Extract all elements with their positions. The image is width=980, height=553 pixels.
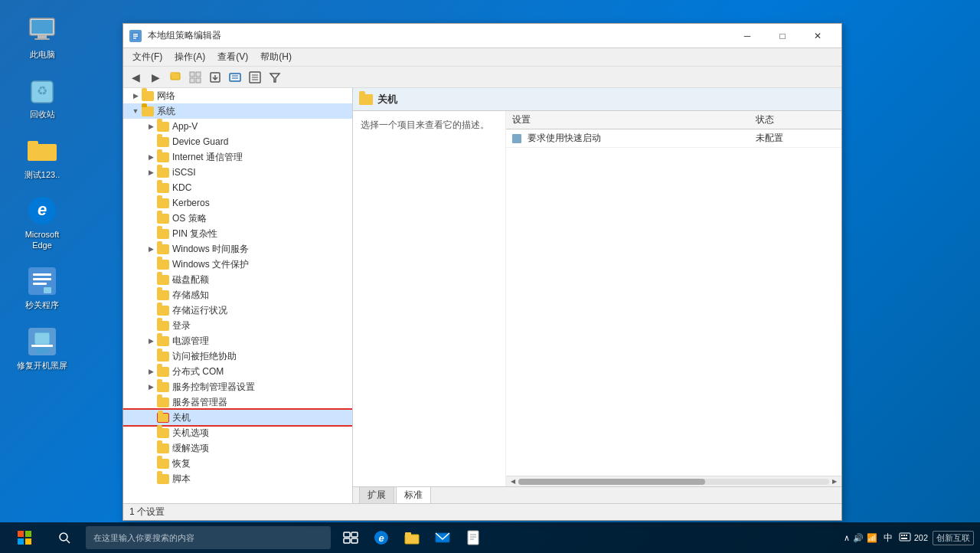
tray-volume[interactable]: 📶: [867, 533, 877, 543]
window-app-icon: [129, 30, 142, 42]
folder-grid-button[interactable]: [186, 68, 204, 87]
expand-icon-network[interactable]: ▶: [129, 90, 142, 102]
desktop-icons: 此电脑 ♻ 回收站 测试123..: [15, 15, 69, 371]
menubar: 文件(F) 操作(A) 查看(V) 帮助(H): [123, 48, 841, 67]
tree-item-svcctrl[interactable]: ▶ 服务控制管理器设置: [123, 379, 352, 394]
desktop-icon-repair[interactable]: 修复开机黑屏: [15, 326, 69, 371]
setting-name: 要求使用快速启动: [528, 132, 601, 145]
scrollbar-thumb[interactable]: [518, 479, 705, 485]
tree-item-login[interactable]: 登录: [123, 318, 352, 333]
tree-item-pincomplex[interactable]: PIN 复杂性: [123, 226, 352, 241]
tree-item-kdc[interactable]: KDC: [123, 180, 352, 195]
tree-item-system[interactable]: ▼ 系统: [123, 103, 352, 119]
tree-item-accessdenied[interactable]: 访问被拒绝协助: [123, 348, 352, 364]
expand-icon-internet[interactable]: ▶: [145, 151, 157, 163]
taskbar-search-box[interactable]: 在这里输入你要搜索的内容: [86, 526, 331, 549]
properties-button[interactable]: [226, 68, 244, 87]
table-body: 要求使用快速启动 未配置: [506, 129, 841, 476]
taskbar-icon-explorer[interactable]: [398, 524, 426, 551]
tree-item-diskquota[interactable]: 磁盘配额: [123, 272, 352, 287]
tree-item-kerberos[interactable]: Kerberos: [123, 195, 352, 211]
tree-item-appv[interactable]: ▶ App-V: [123, 119, 352, 134]
close-button[interactable]: ✕: [800, 24, 835, 48]
table-row[interactable]: 要求使用快速启动 未配置: [506, 129, 841, 148]
tree-item-shutdown[interactable]: 关机: [123, 410, 352, 425]
tray-network[interactable]: 🔊: [853, 533, 864, 543]
forward-button[interactable]: ▶: [146, 68, 165, 87]
menu-file[interactable]: 文件(F): [126, 48, 168, 66]
taskbar-icon-edge[interactable]: e: [368, 524, 395, 551]
tab-expand[interactable]: 扩展: [359, 486, 394, 503]
expand-icon-iscsi[interactable]: ▶: [145, 166, 157, 178]
desktop-icon-recycle[interactable]: ♻ 回收站: [15, 75, 69, 119]
tree-label-storageinit: 存储感知: [172, 289, 209, 302]
expand-icon-distcom[interactable]: ▶: [145, 365, 157, 378]
tray-lang[interactable]: 中: [880, 532, 896, 545]
tree-item-iscsi[interactable]: ▶ iSCSI: [123, 165, 352, 180]
expand-icon-powermgmt[interactable]: ▶: [145, 335, 157, 347]
tree-item-storagerun[interactable]: 存储运行状况: [123, 303, 352, 318]
tree-item-recovery[interactable]: 恢复: [123, 456, 352, 471]
filter-button[interactable]: [266, 68, 284, 87]
expand-icon-svcctrl[interactable]: ▶: [145, 381, 157, 393]
tree-item-internet[interactable]: ▶ Internet 通信管理: [123, 149, 352, 165]
desktop-icon-computer[interactable]: 此电脑: [15, 15, 69, 60]
tree-item-storageinit[interactable]: 存储感知: [123, 287, 352, 303]
menu-action[interactable]: 操作(A): [168, 48, 211, 66]
list-button[interactable]: [246, 68, 264, 87]
desktop-icon-edge[interactable]: e Microsoft Edge: [15, 195, 69, 251]
tree-item-shutdownopt[interactable]: 关机选项: [123, 425, 352, 440]
back-button[interactable]: ◀: [126, 68, 145, 87]
tree-item-powermgmt[interactable]: ▶ 电源管理: [123, 333, 352, 348]
export-button[interactable]: [206, 68, 224, 87]
tree-item-scripts[interactable]: 脚本: [123, 471, 352, 486]
window-titlebar: 本地组策略编辑器 ─ □ ✕: [123, 24, 841, 48]
svg-rect-26: [196, 72, 201, 77]
folder-icon-svcmgr: [157, 398, 169, 407]
tree-item-svcmgr[interactable]: 服务器管理器: [123, 394, 352, 410]
svg-rect-39: [18, 531, 24, 537]
taskbar-icon-notepad[interactable]: [459, 524, 487, 551]
tree-item-ospolicy[interactable]: OS 策略: [123, 211, 352, 226]
expand-icon-system[interactable]: ▼: [129, 105, 142, 117]
tray-date[interactable]: 202: [914, 533, 928, 542]
start-button[interactable]: [6, 522, 43, 553]
tree-item-network[interactable]: ▶ 网络: [123, 88, 352, 103]
menu-view[interactable]: 查看(V): [211, 48, 254, 66]
tree-item-winfileprotect[interactable]: Windows 文件保护: [123, 257, 352, 272]
up-button[interactable]: [166, 68, 185, 87]
icon-label-computer: 此电脑: [30, 49, 55, 60]
folder-icon-login: [157, 321, 169, 331]
taskbar-icon-taskview[interactable]: [337, 524, 364, 551]
scroll-left-arrow[interactable]: ◀: [508, 476, 518, 487]
horizontal-scrollbar[interactable]: ◀ ▶: [506, 476, 841, 486]
tray-arrow[interactable]: ∧: [844, 533, 850, 543]
expand-icon-appv[interactable]: ▶: [145, 120, 157, 133]
tray-keyboard[interactable]: [899, 532, 911, 543]
search-icon-taskbar[interactable]: [46, 522, 83, 553]
scroll-right-arrow[interactable]: ▶: [829, 476, 840, 487]
tree-label-wintime: Windows 时间服务: [172, 243, 249, 256]
tab-standard[interactable]: 标准: [396, 486, 431, 503]
desktop-icon-test[interactable]: 测试123..: [15, 136, 69, 180]
svg-text:e: e: [38, 200, 47, 219]
minimize-button[interactable]: ─: [730, 24, 765, 48]
expand-icon-wintime[interactable]: ▶: [145, 243, 157, 255]
tree-item-advopt[interactable]: 缓解选项: [123, 440, 352, 456]
tree-item-wintime[interactable]: ▶ Windows 时间服务: [123, 241, 352, 257]
tree-label-advopt: 缓解选项: [172, 442, 209, 455]
tree-label-pincomplex: PIN 复杂性: [172, 227, 217, 241]
expand-icon-kerberos: [145, 197, 157, 209]
tree-panel-scroll[interactable]: ▶ 网络 ▼ 系统 ▶ App-V: [123, 88, 352, 503]
tree-item-deviceguard[interactable]: Device Guard: [123, 134, 352, 149]
folder-icon-appv: [157, 122, 169, 132]
tree-item-distcom[interactable]: ▶ 分布式 COM: [123, 364, 352, 379]
menu-help[interactable]: 帮助(H): [254, 48, 298, 66]
scrollbar-track[interactable]: [518, 479, 829, 485]
maximize-button[interactable]: □: [765, 24, 800, 48]
group-policy-window: 本地组策略编辑器 ─ □ ✕ 文件(F) 操作(A) 查看(V) 帮助(H) ◀…: [122, 23, 842, 521]
folder-icon-network: [142, 91, 154, 101]
desktop-icon-shortcut[interactable]: 秒关程序: [15, 266, 69, 310]
taskbar-icon-mail[interactable]: [429, 524, 456, 551]
watermark-brand: 创新互联: [933, 531, 974, 545]
